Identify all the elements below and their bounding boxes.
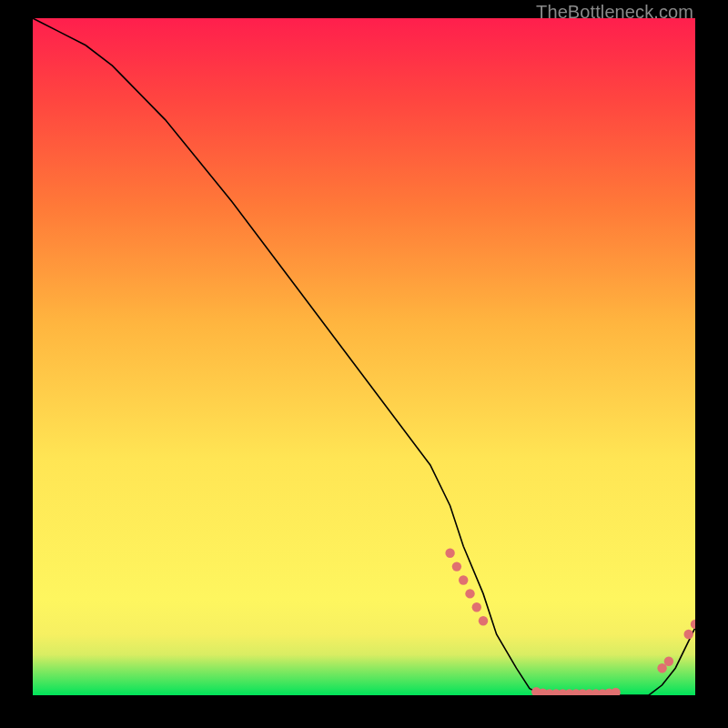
highlight-dot: [465, 589, 474, 598]
highlight-dot: [445, 549, 454, 558]
highlight-dots: [445, 549, 695, 695]
chart-frame: TheBottleneck.com: [0, 0, 728, 728]
highlight-dot: [611, 688, 620, 695]
highlight-dot: [479, 616, 488, 625]
highlight-dot: [472, 602, 481, 612]
highlight-dot: [452, 561, 461, 571]
highlight-dot: [459, 575, 468, 584]
highlight-dot: [684, 630, 693, 639]
highlight-dot: [657, 663, 666, 672]
bottleneck-curve: [33, 18, 695, 695]
highlight-dot: [691, 620, 695, 629]
highlight-dot: [664, 657, 673, 666]
bottleneck-curve-svg: [33, 18, 695, 695]
plot-area: [33, 18, 695, 695]
